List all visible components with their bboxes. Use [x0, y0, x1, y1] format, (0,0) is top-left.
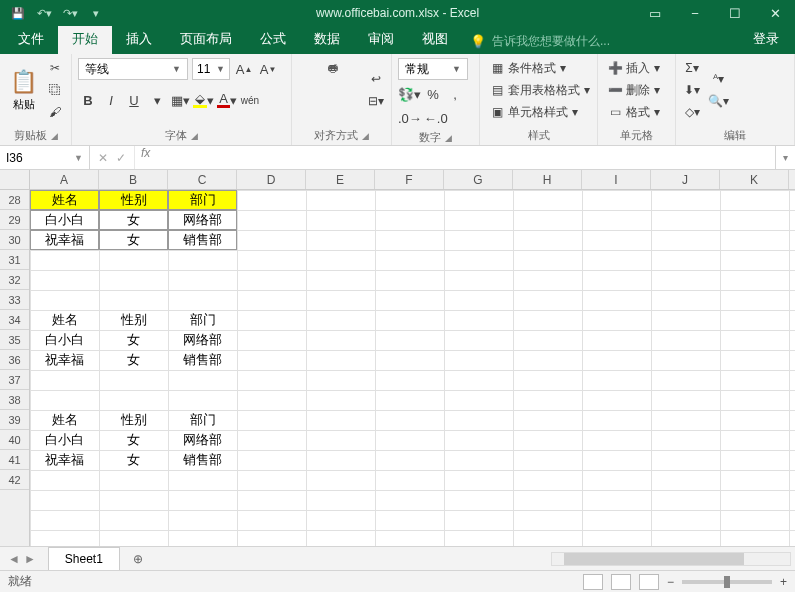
border-icon[interactable]: ▦▾ [170, 90, 190, 110]
tab-view[interactable]: 视图 [408, 24, 462, 54]
col-header[interactable]: K [720, 170, 789, 189]
row-header[interactable]: 36 [0, 350, 29, 370]
cell[interactable]: 网络部 [168, 330, 237, 350]
tab-insert[interactable]: 插入 [112, 24, 166, 54]
underline-more-icon[interactable]: ▾ [147, 90, 167, 110]
row-header[interactable]: 39 [0, 410, 29, 430]
tab-file[interactable]: 文件 [4, 24, 58, 54]
cell[interactable]: 网络部 [168, 210, 237, 230]
col-header[interactable]: D [237, 170, 306, 189]
shrink-font-icon[interactable]: A▼ [258, 59, 278, 79]
percent-icon[interactable]: % [423, 84, 443, 104]
bold-button[interactable]: B [78, 90, 98, 110]
col-header[interactable]: G [444, 170, 513, 189]
qat-more-icon[interactable]: ▾ [86, 3, 106, 23]
cell[interactable]: 女 [99, 430, 168, 450]
tell-me-search[interactable]: 💡 告诉我您想要做什么... [462, 29, 618, 54]
row-header[interactable]: 35 [0, 330, 29, 350]
cell[interactable]: 女 [99, 210, 168, 230]
row-header[interactable]: 42 [0, 470, 29, 490]
format-cells-button[interactable]: ▭格式▾ [604, 102, 664, 122]
cell[interactable]: 白小白 [30, 430, 99, 450]
redo-icon[interactable]: ↷▾ [60, 3, 80, 23]
zoom-slider[interactable] [682, 580, 772, 584]
cut-icon[interactable]: ✂ [45, 58, 65, 78]
cell[interactable]: 性别 [99, 310, 168, 330]
cancel-formula-icon[interactable]: ✕ [98, 151, 108, 165]
cell[interactable]: 姓名 [30, 190, 99, 210]
autosum-icon[interactable]: Σ▾ [682, 58, 702, 78]
font-size-select[interactable]: 11▼ [192, 58, 230, 80]
fill-icon[interactable]: ⬇▾ [682, 80, 702, 100]
maximize-icon[interactable]: ☐ [715, 0, 755, 26]
comma-icon[interactable]: , [445, 84, 465, 104]
col-header[interactable]: F [375, 170, 444, 189]
number-format-select[interactable]: 常规▼ [398, 58, 468, 80]
font-dialog-icon[interactable]: ◢ [191, 131, 198, 141]
sort-filter-icon[interactable]: ᴬ▾ [706, 69, 731, 89]
cell[interactable]: 性别 [99, 190, 168, 210]
sheet-tab[interactable]: Sheet1 [48, 547, 120, 570]
enter-formula-icon[interactable]: ✓ [116, 151, 126, 165]
horizontal-scrollbar[interactable] [551, 552, 791, 566]
fx-icon[interactable]: fx [135, 146, 156, 169]
paste-button[interactable]: 📋 粘贴 [6, 58, 41, 122]
grow-font-icon[interactable]: A▲ [234, 59, 254, 79]
font-name-select[interactable]: 等线▼ [78, 58, 188, 80]
align-dialog-icon[interactable]: ◢ [362, 131, 369, 141]
cell[interactable]: 部门 [168, 310, 237, 330]
col-header[interactable]: I [582, 170, 651, 189]
copy-icon[interactable]: ⿻ [45, 80, 65, 100]
delete-cells-button[interactable]: ➖删除▾ [604, 80, 664, 100]
inc-decimal-icon[interactable]: .0→ [398, 108, 422, 128]
tab-home[interactable]: 开始 [58, 24, 112, 54]
undo-icon[interactable]: ↶▾ [34, 3, 54, 23]
cell[interactable]: 姓名 [30, 410, 99, 430]
view-pagebreak-icon[interactable] [639, 574, 659, 590]
merge-center-icon[interactable]: ⊟▾ [366, 91, 386, 111]
row-header[interactable]: 31 [0, 250, 29, 270]
name-box[interactable]: I36▼ [0, 146, 90, 169]
cell[interactable]: 姓名 [30, 310, 99, 330]
tab-review[interactable]: 审阅 [354, 24, 408, 54]
row-header[interactable]: 37 [0, 370, 29, 390]
cell[interactable]: 性别 [99, 410, 168, 430]
row-header[interactable]: 32 [0, 270, 29, 290]
col-header[interactable]: A [30, 170, 99, 189]
format-painter-icon[interactable]: 🖌 [45, 102, 65, 122]
close-icon[interactable]: ✕ [755, 0, 795, 26]
wrap-text-icon[interactable]: ↩ [366, 69, 386, 89]
cell[interactable]: 销售部 [168, 350, 237, 370]
zoom-out-button[interactable]: − [667, 575, 674, 589]
col-header[interactable]: H [513, 170, 582, 189]
row-header[interactable]: 28 [0, 190, 29, 210]
cell[interactable]: 白小白 [30, 210, 99, 230]
conditional-format-button[interactable]: ▦条件格式▾ [486, 58, 594, 78]
ribbon-options-icon[interactable]: ▭ [635, 0, 675, 26]
font-color-icon[interactable]: A▾ [217, 90, 237, 110]
sheet-next-icon[interactable]: ► [24, 552, 36, 566]
sheet-prev-icon[interactable]: ◄ [8, 552, 20, 566]
row-header[interactable]: 34 [0, 310, 29, 330]
cell[interactable]: 祝幸福 [30, 350, 99, 370]
formula-input[interactable] [156, 146, 775, 169]
col-header[interactable]: C [168, 170, 237, 189]
tab-layout[interactable]: 页面布局 [166, 24, 246, 54]
save-icon[interactable]: 💾 [8, 3, 28, 23]
underline-button[interactable]: U [124, 90, 144, 110]
row-header[interactable]: 30 [0, 230, 29, 250]
clipboard-dialog-icon[interactable]: ◢ [51, 131, 58, 141]
col-header[interactable]: B [99, 170, 168, 189]
tab-data[interactable]: 数据 [300, 24, 354, 54]
cell[interactable]: 部门 [168, 190, 237, 210]
row-header[interactable]: 40 [0, 430, 29, 450]
row-header[interactable]: 29 [0, 210, 29, 230]
cell[interactable]: 女 [99, 350, 168, 370]
cell[interactable]: 女 [99, 450, 168, 470]
row-header[interactable]: 41 [0, 450, 29, 470]
fill-color-icon[interactable]: ⬙▾ [193, 90, 214, 110]
cell[interactable]: 祝幸福 [30, 230, 99, 250]
tab-formulas[interactable]: 公式 [246, 24, 300, 54]
italic-button[interactable]: I [101, 90, 121, 110]
cell[interactable]: 女 [99, 230, 168, 250]
